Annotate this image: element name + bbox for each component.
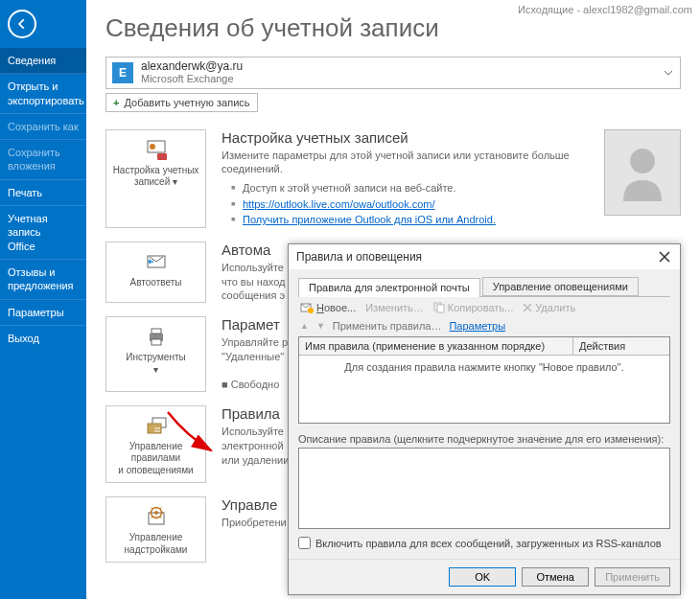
close-icon[interactable] (657, 249, 672, 265)
ok-button[interactable]: OK (449, 567, 516, 587)
col-actions: Действия (573, 337, 669, 355)
arrow-left-icon (15, 17, 29, 31)
apply-rules-label: Применить правила… (333, 320, 442, 332)
page-title: Сведения об учетной записи (105, 13, 681, 43)
dialog-title: Правила и оповещения (296, 250, 657, 264)
copy-icon (433, 302, 445, 313)
tile-manage-addins[interactable]: Управление надстройками (105, 496, 206, 563)
rule-desc-box (298, 448, 670, 529)
account-selector[interactable]: E alexanderwk@ya.ru Microsoft Exchange (105, 57, 681, 89)
rules-icon (145, 414, 168, 437)
nav-info[interactable]: Сведения (0, 48, 86, 74)
tile-tools[interactable]: Инструменты ▾ (105, 316, 206, 392)
account-type: Microsoft Exchange (141, 73, 663, 85)
exchange-icon: E (112, 62, 133, 83)
account-email: alexanderwk@ya.ru (141, 59, 663, 73)
section-desc-account: Измените параметры для этой учетной запи… (222, 149, 589, 177)
chevron-down-icon (663, 67, 674, 79)
nav-office-account[interactable]: Учетная запись Office (0, 206, 86, 260)
account-settings-icon (145, 138, 168, 161)
btn-delete-rule[interactable]: Удалить (523, 302, 575, 313)
printer-icon (145, 325, 168, 348)
section-title-account: Настройка учетных записей (222, 129, 589, 146)
tab-alerts[interactable]: Управление оповещениями (482, 277, 639, 296)
tab-email-rules[interactable]: Правила для электронной почты (298, 278, 480, 297)
avatar-placeholder (604, 129, 681, 216)
nav-print[interactable]: Печать (0, 180, 86, 206)
apply-button[interactable]: Применить (595, 567, 670, 587)
rules-dialog: Правила и оповещения Правила для электро… (288, 243, 681, 595)
link-outlook-mobile[interactable]: Получить приложение Outlook для iOS или … (243, 214, 496, 225)
svg-point-14 (308, 308, 314, 313)
rss-checkbox-label: Включить правила для всех сообщений, заг… (315, 538, 662, 549)
svg-point-3 (630, 149, 655, 173)
delete-icon (523, 303, 532, 312)
new-rule-icon (300, 302, 314, 313)
bullet-web-access: Доступ к этой учетной записи на веб-сайт… (231, 180, 589, 196)
nav-save-attachments[interactable]: Сохранить вложения (0, 140, 86, 180)
tile-account-settings[interactable]: Настройка учетных записей ▾ (105, 129, 206, 228)
nav-open-export[interactable]: Открыть и экспортировать (0, 74, 86, 114)
btn-copy-rule[interactable]: Копировать... (433, 302, 513, 313)
nav-feedback[interactable]: Отзывы и предложения (0, 260, 86, 300)
rule-desc-label: Описание правила (щелкните подчеркнутое … (298, 433, 670, 445)
move-up-icon[interactable]: ▲ (300, 321, 309, 331)
nav-options[interactable]: Параметры (0, 300, 86, 326)
tile-auto-replies[interactable]: Автоответы (105, 242, 206, 304)
cancel-button[interactable]: Отмена (522, 567, 589, 587)
sidebar: Сведения Открыть и экспортировать Сохран… (0, 0, 86, 599)
rules-table: Имя правила (применение в указанном поря… (298, 336, 670, 424)
add-account-button[interactable]: + Добавить учетную запись (105, 93, 258, 112)
rules-empty-msg: Для создания правила нажмите кнопку "Нов… (299, 356, 669, 423)
svg-point-1 (150, 144, 155, 150)
nav-exit[interactable]: Выход (0, 326, 86, 351)
window-title: Исходящие - alexcl1982@gmail.com (518, 4, 692, 15)
svg-rect-2 (157, 153, 167, 160)
svg-rect-6 (152, 329, 161, 334)
rss-checkbox[interactable] (298, 537, 311, 549)
nav-save-as[interactable]: Сохранить как (0, 114, 86, 140)
person-icon (618, 144, 666, 201)
btn-change-rule[interactable]: Изменить… (365, 302, 424, 313)
link-outlook-web[interactable]: https://outlook.live.com/owa/outlook.com… (243, 198, 435, 210)
svg-point-12 (154, 511, 158, 515)
auto-reply-icon (145, 250, 168, 273)
btn-new-rule[interactable]: ННовое...овое... (300, 302, 356, 313)
svg-rect-16 (437, 305, 444, 312)
params-link[interactable]: Параметры (449, 320, 505, 332)
col-rule-name: Имя правила (применение в указанном поря… (299, 337, 573, 355)
tile-manage-rules[interactable]: Управление правилами и оповещениями (105, 405, 206, 484)
move-down-icon[interactable]: ▼ (316, 321, 325, 331)
addins-icon (145, 505, 168, 528)
plus-icon: + (113, 97, 119, 108)
back-button[interactable] (8, 10, 36, 38)
svg-rect-7 (152, 339, 161, 345)
